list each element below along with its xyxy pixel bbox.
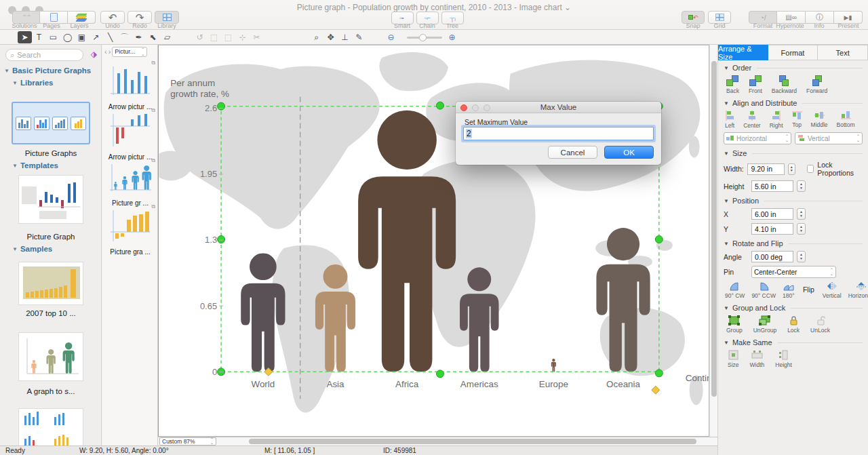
split-tool[interactable]: ⊹: [235, 31, 250, 43]
frame-tool[interactable]: ▣: [75, 31, 89, 43]
dialog-zoom-button: [484, 104, 490, 111]
angle-stepper[interactable]: ▲▼: [797, 251, 806, 262]
y-stepper[interactable]: ▲▼: [797, 223, 806, 235]
same-size-button[interactable]: Size: [728, 350, 739, 368]
height-stepper[interactable]: ▲▼: [797, 180, 806, 192]
section-samples[interactable]: ▼Samples: [12, 245, 52, 253]
cancel-button[interactable]: Cancel: [548, 146, 597, 159]
order-back-button[interactable]: Back: [726, 75, 739, 94]
rotate-90-cw-button[interactable]: 90° CW: [725, 281, 745, 299]
same-width-button[interactable]: Width: [750, 350, 765, 368]
canvas-zoom-dropdown[interactable]: Custom 87% ⌃⌄: [159, 437, 216, 446]
group-button[interactable]: Group: [726, 315, 743, 334]
section-templates[interactable]: ▼Templates: [12, 161, 58, 170]
pencil-tool[interactable]: ✎: [352, 31, 366, 43]
flip-vertical-button[interactable]: Vertical: [823, 281, 842, 299]
library-thumbnail-picture-graphs[interactable]: [12, 102, 90, 144]
zoom-slider[interactable]: [407, 37, 442, 39]
zoom-out-button[interactable]: ⊖: [384, 31, 398, 43]
minichart-icon: [71, 117, 86, 130]
sample-thumbnail-2007-top-10[interactable]: [18, 262, 83, 305]
align-right-button[interactable]: Right: [770, 111, 783, 129]
category-label: Asia: [326, 379, 344, 389]
bring-forward-icon: [811, 75, 823, 86]
cut-tool[interactable]: ✂: [250, 31, 264, 43]
library-back-button[interactable]: ‹: [104, 47, 107, 56]
library-item-picture-graph-bars[interactable]: ⧉ Picture gra ...: [105, 207, 155, 256]
pin-dropdown[interactable]: Center-Center⌃⌄: [751, 266, 836, 278]
rotate-90-ccw-button[interactable]: 90° CCW: [751, 281, 776, 299]
reshape-tool[interactable]: ↺: [193, 31, 207, 43]
pen-tool[interactable]: ✒: [132, 31, 146, 43]
status-object-id: ID: 459981: [383, 447, 416, 454]
library-item-picture-graph-people[interactable]: ⧉ Picture gr ...: [105, 161, 155, 207]
order-forward-button[interactable]: Forward: [806, 75, 827, 94]
template-thumbnail-picture-graph[interactable]: [18, 175, 83, 224]
ellipse-tool[interactable]: ◯: [60, 31, 75, 43]
magnifier-tool[interactable]: ⌕: [309, 31, 323, 43]
order-backward-button[interactable]: Backward: [772, 75, 797, 94]
dialog-titlebar[interactable]: Max Value: [456, 102, 661, 113]
solution-store-icon[interactable]: ⬗: [91, 50, 97, 59]
x-field[interactable]: 6.00 in: [751, 208, 793, 220]
figure-europe[interactable]: [551, 359, 556, 372]
flip-horizontal-button[interactable]: Horizontal: [848, 281, 868, 299]
y-field[interactable]: 4.10 in: [751, 223, 793, 235]
delete-node-tool[interactable]: ⬚: [221, 31, 235, 43]
align-top-button[interactable]: Top: [792, 111, 802, 129]
height-field[interactable]: 5.60 in: [751, 180, 793, 192]
tab-format[interactable]: Format: [768, 45, 818, 60]
connector-tool[interactable]: ↗: [89, 31, 103, 43]
sample-thumbnail-graph-to-show[interactable]: [18, 332, 83, 381]
horizontal-scrollbar-thumb[interactable]: [249, 439, 696, 444]
section-basic-picture-graphs[interactable]: ▼Basic Picture Graphs: [4, 66, 91, 75]
order-front-button[interactable]: Front: [749, 75, 762, 94]
lock-proportions-checkbox[interactable]: [807, 165, 814, 173]
lock-proportions-label: Lock Proportions: [817, 161, 863, 177]
align-center-button[interactable]: Center: [743, 111, 761, 129]
sample-thumbnail-partial[interactable]: [18, 408, 83, 446]
tab-arrange-size[interactable]: Arrange & Size: [718, 45, 768, 60]
add-node-tool[interactable]: ⬚: [207, 31, 221, 43]
line-tool[interactable]: ╲: [103, 31, 117, 43]
unlock-button[interactable]: UnLock: [810, 315, 830, 334]
distribute-vertical-dropdown[interactable]: Vertical⌃⌄: [795, 132, 863, 144]
horizontal-scrollbar[interactable]: [216, 437, 717, 446]
align-left-button[interactable]: Left: [725, 111, 734, 129]
library-item-arrow-picture-2[interactable]: ⧉ Arrow pictur ...: [105, 111, 155, 161]
align-middle-button[interactable]: Middle: [811, 111, 828, 129]
vertical-scrollbar-thumb[interactable]: [711, 61, 717, 397]
rotate-180-button[interactable]: 180°: [783, 281, 795, 299]
zoom-slider-thumb[interactable]: [419, 34, 427, 41]
same-size-icon: [728, 350, 738, 360]
search-input[interactable]: ⌕ Search: [5, 49, 83, 61]
distribute-horizontal-dropdown[interactable]: Horizontal⌃⌄: [724, 132, 791, 144]
ungroup-button[interactable]: UnGroup: [753, 315, 777, 334]
library-forward-button[interactable]: ›: [108, 47, 111, 56]
section-libraries[interactable]: ▼Libraries: [12, 79, 54, 87]
angle-field[interactable]: 0.00 deg: [751, 251, 793, 262]
arc-tool[interactable]: ⌒: [117, 31, 132, 43]
max-value-input[interactable]: 2: [463, 127, 654, 140]
width-stepper[interactable]: ▲▼: [788, 163, 795, 175]
vertical-scrollbar[interactable]: [709, 45, 717, 437]
stamp-tool[interactable]: ⊥: [338, 31, 352, 43]
shape-tool[interactable]: ▱: [160, 31, 174, 43]
x-stepper[interactable]: ▲▼: [797, 208, 806, 220]
node-select-tool[interactable]: ⬉: [146, 31, 160, 43]
same-height-button[interactable]: Height: [775, 350, 792, 368]
lock-button[interactable]: Lock: [787, 315, 800, 334]
zoom-in-button[interactable]: ⊕: [445, 31, 459, 43]
width-field[interactable]: 9.20 in: [747, 163, 784, 175]
dialog-close-button[interactable]: [460, 104, 467, 111]
hand-tool[interactable]: ✥: [323, 31, 338, 43]
library-dropdown[interactable]: Pictur... ⌃⌄: [112, 47, 147, 57]
tab-text[interactable]: Text: [818, 45, 868, 60]
text-tool[interactable]: T: [32, 31, 46, 43]
rectangle-tool[interactable]: ▭: [46, 31, 60, 43]
pointer-tool[interactable]: ➤: [18, 31, 32, 43]
ok-button[interactable]: OK: [604, 146, 654, 159]
dropdown-arrows-icon: ⌃⌄: [210, 438, 214, 446]
align-bottom-button[interactable]: Bottom: [837, 111, 855, 129]
library-item-arrow-picture-1[interactable]: ⧉ Arrow pictur ...: [105, 64, 155, 111]
